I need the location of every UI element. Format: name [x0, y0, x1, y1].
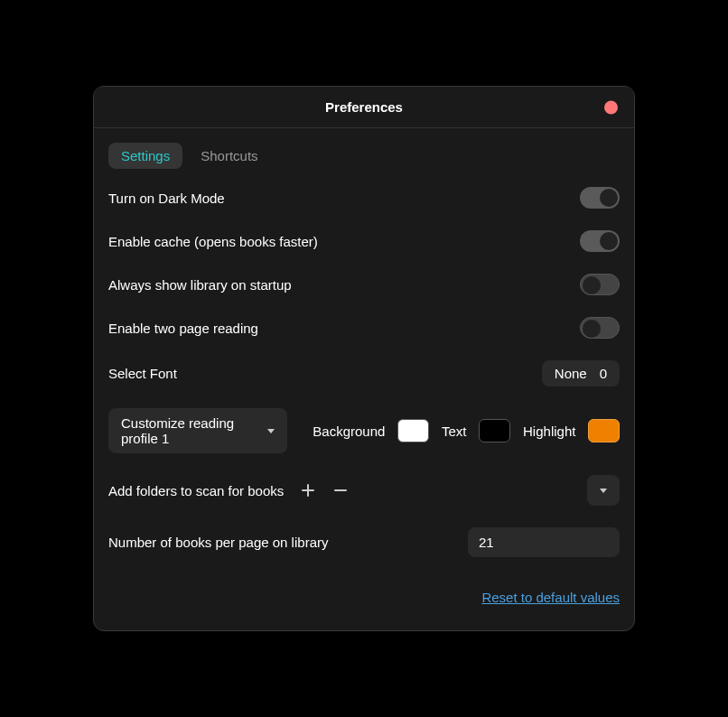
tab-shortcuts[interactable]: Shortcuts [188, 143, 270, 169]
swatch-text[interactable] [479, 419, 510, 442]
row-library-startup: Always show library on startup [101, 263, 627, 306]
label-text-color: Text [442, 424, 467, 439]
toggle-dark-mode[interactable] [580, 187, 620, 209]
row-add-folders: Add folders to scan for books [101, 464, 627, 517]
row-reset: Reset to default values [101, 568, 627, 616]
chevron-down-icon [267, 429, 275, 433]
label-highlight-color: Highlight [523, 424, 575, 439]
label-two-page: Enable two page reading [108, 321, 258, 336]
label-dark-mode: Turn on Dark Mode [108, 191, 225, 206]
row-books-per-page: Number of books per page on library [101, 517, 627, 568]
close-button[interactable] [604, 100, 618, 114]
row-profile-colors: Customize reading profile 1 Background T… [101, 397, 627, 464]
minus-icon [333, 483, 348, 498]
preferences-window: Preferences Settings Shortcuts Turn on D… [93, 86, 635, 631]
plus-icon [301, 483, 315, 498]
profile-dropdown[interactable]: Customize reading profile 1 [108, 408, 287, 453]
label-cache: Enable cache (opens books faster) [108, 234, 318, 249]
row-cache: Enable cache (opens books faster) [101, 219, 627, 263]
remove-folder-button[interactable] [332, 482, 349, 498]
window-title: Preferences [325, 99, 403, 115]
font-size: 0 [600, 366, 607, 381]
row-two-page: Enable two page reading [101, 306, 627, 349]
label-library-startup: Always show library on startup [108, 277, 292, 293]
swatch-highlight[interactable] [588, 419, 620, 442]
label-select-font: Select Font [108, 366, 177, 381]
row-select-font: Select Font None 0 [101, 349, 627, 397]
toggle-library-startup[interactable] [580, 274, 620, 295]
toggle-cache[interactable] [580, 230, 620, 252]
tab-settings[interactable]: Settings [108, 143, 182, 169]
reset-link[interactable]: Reset to default values [481, 590, 620, 605]
font-selector[interactable]: None 0 [542, 360, 620, 386]
folder-dropdown[interactable] [587, 475, 620, 506]
swatch-background[interactable] [397, 419, 429, 442]
row-dark-mode: Turn on Dark Mode [101, 176, 627, 219]
label-background-color: Background [313, 424, 385, 439]
input-books-per-page[interactable] [468, 527, 620, 557]
content-area: Settings Shortcuts Turn on Dark Mode Ena… [94, 128, 634, 630]
titlebar: Preferences [94, 87, 634, 128]
chevron-down-icon [600, 489, 607, 493]
font-name: None [555, 366, 587, 381]
toggle-two-page[interactable] [580, 317, 620, 339]
add-folder-button[interactable] [300, 482, 316, 498]
profile-label: Customize reading profile 1 [121, 415, 260, 446]
label-books-per-page: Number of books per page on library [108, 535, 328, 550]
label-add-folders: Add folders to scan for books [108, 483, 284, 498]
tabs: Settings Shortcuts [101, 143, 627, 176]
